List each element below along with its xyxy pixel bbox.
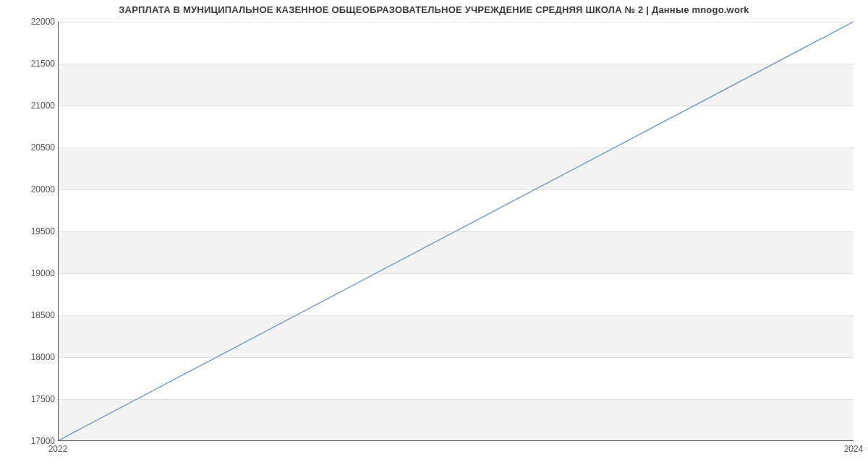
y-axis-tick: 21500 — [4, 59, 55, 69]
y-axis-tick: 19000 — [4, 268, 55, 278]
y-axis-tick: 21000 — [4, 101, 55, 111]
y-axis-tick: 18000 — [4, 352, 55, 362]
y-axis-tick: 18500 — [4, 310, 55, 320]
x-axis-tick: 2024 — [844, 444, 864, 454]
plot-area — [58, 22, 854, 441]
y-axis-tick: 22000 — [4, 17, 55, 27]
y-axis-tick: 17000 — [4, 436, 55, 446]
y-axis-tick: 19500 — [4, 226, 55, 236]
x-axis-tick: 2022 — [48, 444, 68, 454]
chart-title: ЗАРПЛАТА В МУНИЦИПАЛЬНОЕ КАЗЕННОЕ ОБЩЕОБ… — [0, 4, 868, 15]
chart-container: ЗАРПЛАТА В МУНИЦИПАЛЬНОЕ КАЗЕННОЕ ОБЩЕОБ… — [0, 0, 868, 470]
line-series — [59, 22, 854, 440]
y-axis-tick: 17500 — [4, 394, 55, 404]
y-axis-tick: 20500 — [4, 142, 55, 153]
y-axis-tick: 20000 — [4, 184, 55, 195]
